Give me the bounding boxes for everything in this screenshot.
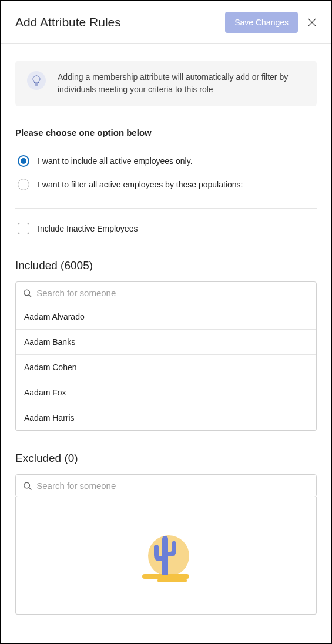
radio-icon: [18, 155, 29, 167]
radio-group: I want to include all active employees o…: [15, 149, 317, 196]
checkbox-include-inactive[interactable]: Include Inactive Employees: [15, 219, 317, 238]
radio-label: I want to filter all active employees by…: [38, 180, 243, 189]
list-item[interactable]: Aadam Cohen: [16, 355, 316, 380]
cactus-illustration: [140, 529, 193, 582]
checkbox-icon: [18, 223, 29, 234]
radio-option-include-all[interactable]: I want to include all active employees o…: [15, 149, 317, 173]
list-item[interactable]: Aadam Fox: [16, 380, 316, 405]
info-banner: Adding a membership attribute will autom…: [15, 61, 317, 106]
close-icon[interactable]: [307, 18, 317, 27]
excluded-empty-state: [15, 497, 317, 615]
dialog-title: Add Attribute Rules: [15, 15, 121, 29]
list-item[interactable]: Aadam Alvarado: [16, 304, 316, 330]
dialog-header: Add Attribute Rules Save Changes: [1, 1, 331, 44]
dialog-content: Adding a membership attribute will autom…: [1, 44, 331, 631]
svg-point-0: [24, 290, 30, 296]
excluded-search-input[interactable]: [36, 481, 309, 491]
included-section: Included (6005) Aadam Alvarado Aadam Ban…: [15, 259, 317, 431]
info-text: Adding a membership attribute will autom…: [58, 71, 305, 96]
included-search-box[interactable]: [15, 281, 317, 304]
included-title: Included (6005): [15, 259, 317, 272]
checkbox-label: Include Inactive Employees: [38, 224, 138, 233]
included-search-input[interactable]: [36, 288, 309, 298]
excluded-section: Excluded (0): [15, 452, 317, 615]
radio-option-filter-populations[interactable]: I want to filter all active employees by…: [15, 173, 317, 196]
header-actions: Save Changes: [225, 12, 317, 33]
radio-icon: [18, 179, 29, 190]
options-section-label: Please choose one option below: [15, 128, 317, 137]
excluded-title: Excluded (0): [15, 452, 317, 465]
search-icon: [23, 289, 32, 298]
list-item[interactable]: Aadam Banks: [16, 330, 316, 355]
lightbulb-icon: [27, 71, 46, 90]
search-icon: [23, 481, 32, 491]
included-list: Aadam Alvarado Aadam Banks Aadam Cohen A…: [15, 304, 317, 431]
divider: [15, 208, 317, 209]
excluded-search-box[interactable]: [15, 474, 317, 497]
list-item[interactable]: Aadam Harris: [16, 405, 316, 430]
svg-point-1: [24, 482, 30, 488]
radio-label: I want to include all active employees o…: [38, 156, 193, 166]
save-changes-button[interactable]: Save Changes: [225, 12, 298, 33]
